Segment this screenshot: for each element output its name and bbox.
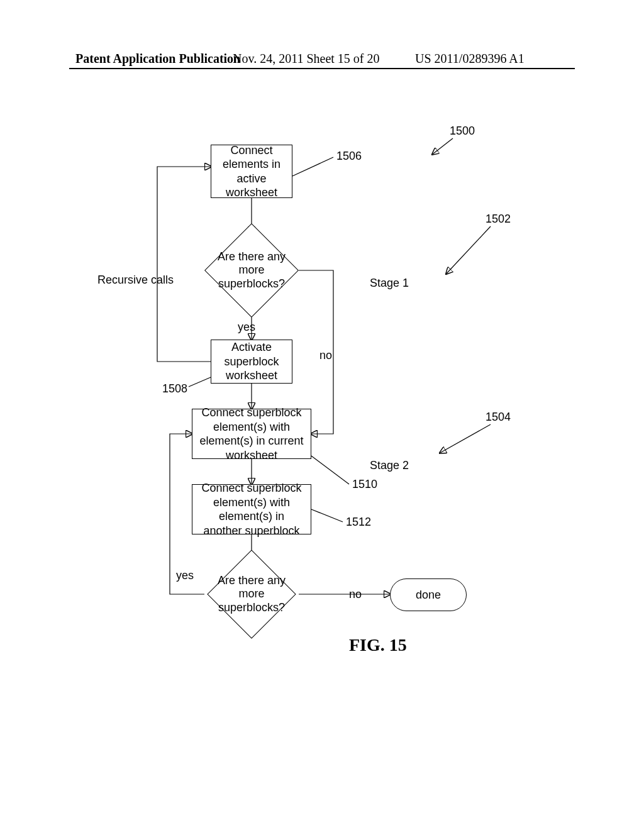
decision-more-superblocks-1: Are there any more superblocks? <box>204 233 299 308</box>
ref-1512: 1512 <box>346 516 371 529</box>
decision-more-superblocks-1-label: Are there any more superblocks? <box>204 233 299 308</box>
label-recursive-calls: Recursive calls <box>97 274 174 287</box>
ref-1500: 1500 <box>450 124 475 138</box>
header-publication: Patent Application Publication <box>75 52 240 66</box>
ref-1504: 1504 <box>486 411 511 424</box>
process-connect-current-label: Connect superblock element(s) with eleme… <box>199 406 304 462</box>
svg-line-11 <box>311 456 349 484</box>
process-connect-current: Connect superblock element(s) with eleme… <box>192 409 311 459</box>
ref-1508: 1508 <box>162 382 187 396</box>
flow-connectors <box>0 0 644 830</box>
label-yes-1: yes <box>238 321 255 334</box>
terminator-done-label: done <box>416 589 441 602</box>
header-rule <box>69 68 575 69</box>
header-date-sheet: Nov. 24, 2011 Sheet 15 of 20 <box>233 52 380 66</box>
header-pubnumber: US 2011/0289396 A1 <box>415 52 525 66</box>
figure-caption: FIG. 15 <box>349 635 407 655</box>
label-stage-1: Stage 1 <box>370 277 409 290</box>
label-stage-2: Stage 2 <box>370 459 409 472</box>
process-connect-another-label: Connect superblock element(s) with eleme… <box>199 481 304 538</box>
svg-line-9 <box>292 157 333 176</box>
label-no-1: no <box>319 349 332 362</box>
svg-line-7 <box>447 226 491 274</box>
terminator-done: done <box>390 578 467 611</box>
label-no-2: no <box>349 588 362 601</box>
decision-more-superblocks-2: Are there any more superblocks? <box>204 560 299 629</box>
process-activate-superblock: Activate superblock worksheet <box>211 340 292 384</box>
svg-line-6 <box>433 138 453 154</box>
svg-line-8 <box>440 424 491 453</box>
svg-line-10 <box>189 377 211 387</box>
ref-1502: 1502 <box>486 213 511 226</box>
process-connect-another: Connect superblock element(s) with eleme… <box>192 484 311 534</box>
process-connect-elements: Connect elements in active worksheet <box>211 145 292 198</box>
ref-1510: 1510 <box>352 478 377 491</box>
process-connect-elements-label: Connect elements in active worksheet <box>218 143 286 200</box>
decision-more-superblocks-2-label: Are there any more superblocks? <box>204 560 299 629</box>
ref-1506: 1506 <box>336 150 362 163</box>
page: Patent Application Publication Nov. 24, … <box>0 0 644 830</box>
svg-line-12 <box>311 509 343 522</box>
label-yes-2: yes <box>176 569 194 582</box>
process-activate-superblock-label: Activate superblock worksheet <box>218 340 286 383</box>
